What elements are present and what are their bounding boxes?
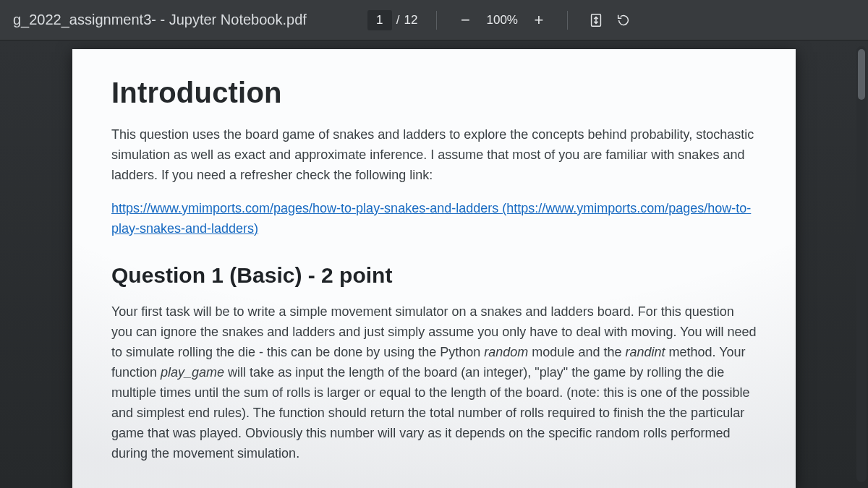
how-to-play-link[interactable]: https://www.ymimports.com/pages/how-to-p… xyxy=(111,201,751,236)
page-current-input[interactable]: 1 xyxy=(367,10,392,30)
pdf-page: Introduction This question uses the boar… xyxy=(72,49,796,488)
document-title: g_2022_assignment3- - Jupyter Notebook.p… xyxy=(13,12,307,28)
zoom-out-button[interactable]: − xyxy=(456,12,475,28)
rotate-ccw-icon xyxy=(616,12,631,28)
code-randint: randint xyxy=(625,345,665,359)
toolbar-separator xyxy=(567,11,568,30)
intro-paragraph: This question uses the board game of sna… xyxy=(111,125,757,186)
page-sep: / xyxy=(396,13,400,27)
page-total: 12 xyxy=(404,13,418,27)
vertical-scrollbar[interactable] xyxy=(856,46,867,482)
pdf-toolbar: g_2022_assignment3- - Jupyter Notebook.p… xyxy=(0,0,868,40)
fit-page-icon xyxy=(588,12,604,28)
link-paragraph: https://www.ymimports.com/pages/how-to-p… xyxy=(111,199,757,239)
scrollbar-thumb[interactable] xyxy=(858,49,865,100)
fit-to-page-button[interactable] xyxy=(587,11,605,30)
q1-text-b: module and the xyxy=(528,345,625,359)
pdf-viewport[interactable]: Introduction This question uses the boar… xyxy=(0,40,868,488)
zoom-controls: − 100% + xyxy=(456,12,548,28)
code-random: random xyxy=(484,345,528,359)
code-play-game: play_game xyxy=(161,365,224,380)
zoom-in-button[interactable]: + xyxy=(529,12,548,28)
toolbar-separator xyxy=(436,11,437,30)
zoom-level: 100% xyxy=(486,13,517,27)
heading-question-1: Question 1 (Basic) - 2 point xyxy=(111,263,757,288)
page-indicator: 1 / 12 xyxy=(367,10,418,30)
rotate-button[interactable] xyxy=(614,11,633,30)
question-1-paragraph: Your first task will be to write a simpl… xyxy=(111,302,757,463)
heading-introduction: Introduction xyxy=(111,77,757,109)
